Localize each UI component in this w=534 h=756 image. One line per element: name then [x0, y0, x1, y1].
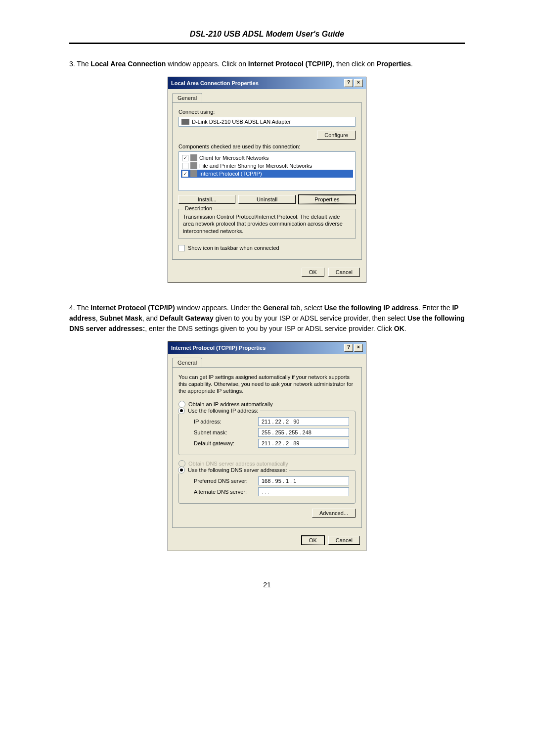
use-ip-group: Use the following IP address: IP address… — [178, 411, 356, 455]
components-list[interactable]: ✓ Client for Microsoft Networks File and… — [178, 151, 356, 191]
subnet-label: Subnet mask: — [194, 429, 227, 435]
gateway-input[interactable]: 211 . 22 . 2 . 89 — [258, 439, 349, 448]
install-button[interactable]: Install... — [178, 195, 235, 204]
intro-text: You can get IP settings assigned automat… — [178, 374, 356, 395]
advanced-button[interactable]: Advanced... — [312, 509, 356, 518]
close-button[interactable]: × — [354, 344, 363, 352]
obtain-ip-radio[interactable] — [178, 401, 185, 408]
ok-button[interactable]: OK — [302, 536, 324, 545]
ip-address-label: IP address: — [194, 419, 221, 425]
tcpip-properties-dialog: Internet Protocol (TCP/IP) Properties ? … — [168, 341, 366, 551]
properties-button[interactable]: Properties — [299, 195, 356, 204]
use-ip-radio[interactable] — [178, 407, 185, 414]
description-text: Transmission Control Protocol/Internet P… — [183, 213, 351, 235]
use-dns-group: Use the following DNS server addresses: … — [178, 470, 356, 504]
lan-properties-dialog: Local Area Connection Properties ? × Gen… — [168, 77, 366, 283]
cancel-button[interactable]: Cancel — [328, 536, 360, 545]
protocol-icon — [190, 170, 197, 177]
step-number: 3. — [69, 60, 75, 68]
pref-dns-input[interactable]: 168 . 95 . 1 . 1 — [258, 476, 349, 485]
use-ip-label: Use the following IP address: — [188, 408, 258, 414]
subnet-input[interactable]: 255 . 255 . 255 . 248 — [258, 428, 349, 437]
client-icon — [190, 154, 197, 161]
show-icon-checkbox[interactable] — [178, 245, 185, 251]
use-dns-radio[interactable] — [178, 467, 185, 473]
step-number: 4. — [69, 304, 75, 312]
step-4: 4. The Internet Protocol (TCP/IP) window… — [69, 303, 465, 334]
cancel-button[interactable]: Cancel — [328, 268, 360, 277]
checkbox[interactable]: ✓ — [182, 171, 188, 177]
titlebar: Local Area Connection Properties ? × — [168, 77, 366, 89]
obtain-dns-radio — [178, 460, 185, 467]
step-3: 3. The Local Area Connection window appe… — [69, 59, 465, 69]
checkbox[interactable]: ✓ — [182, 155, 188, 161]
ok-button[interactable]: OK — [302, 268, 324, 277]
alt-dns-label: Alternate DNS server: — [194, 489, 247, 495]
list-item[interactable]: ✓ Internet Protocol (TCP/IP) — [181, 170, 353, 178]
checkbox[interactable] — [182, 163, 188, 169]
show-icon-label: Show icon in taskbar when connected — [188, 245, 279, 251]
page-number: 21 — [69, 581, 465, 589]
obtain-ip-label: Obtain an IP address automatically — [188, 401, 272, 407]
tab-general[interactable]: General — [172, 93, 202, 102]
page-header: DSL-210 USB ADSL Modem User's Guide — [69, 30, 465, 44]
tab-general[interactable]: General — [172, 358, 202, 367]
obtain-dns-label: Obtain DNS server address automatically — [188, 461, 288, 467]
nic-icon — [181, 119, 189, 125]
dialog-title: Internet Protocol (TCP/IP) Properties — [171, 345, 266, 351]
uninstall-button[interactable]: Uninstall — [238, 195, 295, 204]
description-group: Description Transmission Control Protoco… — [178, 209, 356, 239]
components-label: Components checked are used by this conn… — [178, 143, 356, 149]
adapter-field: D-Link DSL-210 USB ADSL LAN Adapter — [178, 117, 356, 127]
titlebar: Internet Protocol (TCP/IP) Properties ? … — [168, 342, 366, 354]
service-icon — [190, 162, 197, 169]
connect-using-label: Connect using: — [178, 109, 356, 115]
close-button[interactable]: × — [354, 79, 363, 87]
ip-address-input[interactable]: 211 . 22 . 2 . 90 — [258, 417, 349, 426]
pref-dns-label: Preferred DNS server: — [194, 478, 248, 484]
use-dns-label: Use the following DNS server addresses: — [188, 467, 287, 473]
dialog-title: Local Area Connection Properties — [171, 80, 259, 86]
gateway-label: Default gateway: — [194, 440, 234, 446]
configure-button[interactable]: Configure — [317, 131, 356, 140]
alt-dns-input[interactable]: . . . — [258, 487, 349, 496]
help-button[interactable]: ? — [344, 79, 353, 87]
list-item[interactable]: ✓ Client for Microsoft Networks — [181, 154, 353, 162]
list-item[interactable]: File and Printer Sharing for Microsoft N… — [181, 162, 353, 170]
help-button[interactable]: ? — [344, 344, 353, 352]
